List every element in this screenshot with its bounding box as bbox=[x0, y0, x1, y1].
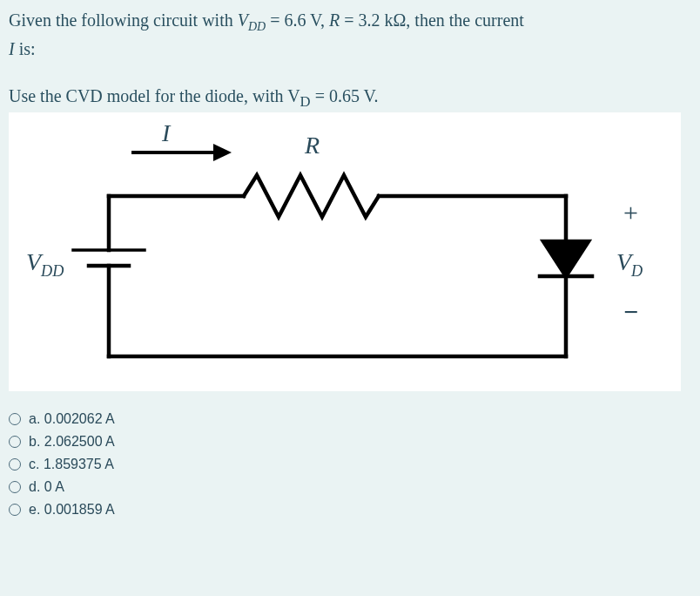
i-symbol: I bbox=[9, 39, 15, 58]
label-VDD-sub: DD bbox=[41, 262, 64, 280]
option-b[interactable]: b. 2.062500 A bbox=[9, 435, 691, 449]
option-d-text: d. 0 A bbox=[29, 480, 64, 494]
instruction-text: Use the CVD model for the diode, with VD… bbox=[9, 86, 691, 111]
instr-pre: Use the CVD model for the diode, with bbox=[9, 86, 287, 105]
vdd-symbol: V bbox=[238, 10, 248, 30]
option-b-text: b. 2.062500 A bbox=[29, 435, 115, 449]
answer-options: a. 0.002062 A b. 2.062500 A c. 1.859375 … bbox=[9, 412, 691, 517]
radio-e[interactable] bbox=[9, 504, 21, 516]
radio-c[interactable] bbox=[9, 458, 21, 471]
circuit-svg bbox=[9, 112, 681, 391]
label-VD-sub: D bbox=[631, 262, 643, 280]
circuit-diagram: I R VDD VD + − bbox=[9, 112, 681, 391]
radio-a[interactable] bbox=[9, 413, 21, 425]
label-VD: V bbox=[616, 248, 631, 275]
vd-symbol: V bbox=[287, 86, 300, 105]
radio-d[interactable] bbox=[9, 481, 21, 493]
label-VDD: V bbox=[26, 248, 41, 275]
option-a[interactable]: a. 0.002062 A bbox=[9, 412, 691, 426]
label-R: R bbox=[305, 132, 320, 159]
option-e[interactable]: e. 0.001859 A bbox=[9, 503, 691, 517]
option-d[interactable]: d. 0 A bbox=[9, 480, 691, 494]
vdd-sub: DD bbox=[248, 20, 266, 33]
question-prompt: Given the following circuit with VDD = 6… bbox=[9, 7, 691, 62]
plus-sign: + bbox=[623, 198, 638, 227]
option-e-text: e. 0.001859 A bbox=[29, 503, 115, 517]
label-I: I bbox=[162, 119, 170, 147]
q-pre: Given the following circuit with bbox=[9, 10, 238, 30]
vdd-val: = 6.6 V, bbox=[266, 10, 329, 30]
option-c[interactable]: c. 1.859375 A bbox=[9, 457, 691, 471]
option-a-text: a. 0.002062 A bbox=[29, 412, 115, 426]
minus-sign: − bbox=[623, 297, 638, 327]
q-post: is: bbox=[15, 39, 36, 58]
svg-marker-12 bbox=[213, 144, 232, 161]
vd-val: = 0.65 V. bbox=[311, 86, 379, 105]
r-symbol: R bbox=[329, 10, 340, 30]
vd-sub: D bbox=[300, 93, 311, 110]
svg-marker-7 bbox=[543, 241, 589, 276]
r-val: = 3.2 kΩ, then the current bbox=[340, 10, 524, 30]
option-c-text: c. 1.859375 A bbox=[29, 457, 114, 471]
radio-b[interactable] bbox=[9, 436, 21, 448]
